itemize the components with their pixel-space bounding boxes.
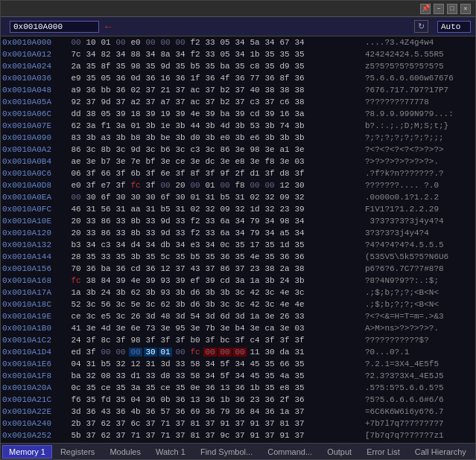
hex-byte[interactable]: 39 (263, 109, 276, 118)
hex-byte[interactable]: 3f (263, 336, 276, 345)
hex-byte[interactable]: 3b (263, 276, 276, 285)
hex-byte[interactable]: c3 (99, 240, 112, 249)
hex-byte[interactable]: 95 (174, 324, 187, 333)
hex-byte[interactable]: a9 (69, 86, 83, 95)
hex-byte[interactable]: 3b (218, 288, 232, 297)
hex-byte[interactable]: 32 (203, 205, 217, 214)
hex-byte[interactable]: 79 (218, 407, 232, 416)
hex-byte[interactable]: 3e (278, 157, 291, 166)
hex-byte[interactable]: db (159, 240, 172, 249)
hex-byte[interactable]: 3c (84, 300, 98, 309)
hex-byte[interactable]: 01 (99, 38, 112, 47)
hex-byte[interactable]: 36 (293, 395, 306, 404)
hex-byte[interactable]: 3b (263, 121, 276, 130)
hex-byte[interactable]: 35 (293, 371, 306, 380)
hex-byte[interactable]: e5 (99, 312, 112, 321)
hex-byte[interactable]: bb (99, 86, 112, 95)
hex-byte[interactable]: 37 (174, 98, 187, 106)
hex-byte[interactable]: 3c (144, 300, 157, 309)
hex-byte[interactable]: bf (144, 157, 157, 166)
hex-byte[interactable]: 36 (218, 252, 232, 261)
hex-byte[interactable]: 34 (233, 217, 247, 226)
hex-byte[interactable]: 3f (203, 169, 217, 178)
tab-memory-1[interactable]: Memory 1 (2, 445, 52, 459)
hex-byte[interactable]: e0 (129, 38, 142, 47)
hex-byte[interactable]: 43 (188, 264, 202, 273)
hex-byte[interactable]: 3c (174, 145, 187, 154)
hex-byte[interactable]: e6 (248, 133, 261, 142)
hex-byte[interactable]: 84 (99, 276, 112, 285)
hex-byte[interactable]: 4d (99, 324, 112, 333)
hex-byte[interactable]: 36 (233, 383, 247, 392)
hex-byte[interactable]: 3e (159, 324, 172, 333)
hex-byte[interactable]: 71 (159, 431, 172, 440)
tab-command[interactable]: Command... (261, 445, 319, 459)
hex-byte[interactable]: 35 (203, 62, 217, 71)
pin-button[interactable]: 📌 (420, 4, 431, 14)
hex-byte[interactable]: 42 (248, 288, 261, 297)
hex-byte[interactable]: 91 (278, 431, 291, 440)
hex-byte[interactable]: 36 (293, 252, 306, 261)
tab-call-hierarchy[interactable]: Call Hierarchy (408, 445, 473, 459)
hex-byte[interactable]: 91 (248, 431, 261, 440)
hex-byte[interactable]: 57 (159, 407, 172, 416)
hex-byte[interactable]: b2 (218, 98, 232, 106)
hex-byte[interactable]: cd (218, 276, 232, 285)
hex-byte[interactable]: 20 (69, 217, 83, 226)
hex-byte[interactable]: 03 (293, 157, 306, 166)
hex-byte[interactable]: 3f (84, 348, 98, 357)
hex-byte[interactable]: 4e (248, 252, 261, 261)
hex-byte[interactable]: 36 (144, 74, 157, 83)
hex-byte[interactable]: ce (174, 157, 187, 166)
hex-byte[interactable]: f2 (188, 217, 202, 226)
tab-watch-1[interactable]: Watch 1 (149, 445, 192, 459)
hex-byte[interactable]: 32 (263, 193, 276, 202)
hex-byte[interactable]: 45 (248, 371, 261, 380)
hex-byte[interactable]: 34 (233, 371, 247, 380)
hex-byte[interactable]: b2 (218, 86, 232, 95)
hex-byte[interactable]: 35 (144, 62, 157, 71)
hex-byte[interactable]: b8 (129, 133, 142, 142)
hex-byte[interactable]: 3d (69, 407, 83, 416)
hex-byte[interactable]: 30 (144, 348, 157, 357)
hex-byte[interactable]: 32 (84, 371, 98, 380)
hex-byte[interactable]: 35 (174, 252, 187, 261)
hex-byte[interactable]: 38 (263, 264, 276, 273)
hex-byte[interactable]: 37 (233, 431, 247, 440)
hex-byte[interactable]: 3a (114, 121, 127, 130)
hex-byte[interactable]: d1 (129, 371, 142, 380)
hex-byte[interactable]: 9d (159, 217, 172, 226)
hex-byte[interactable]: fd (99, 395, 112, 404)
hex-byte[interactable]: 35 (114, 383, 127, 392)
hex-byte[interactable]: 04 (129, 395, 142, 404)
hex-byte[interactable]: aa (129, 205, 142, 214)
hex-byte[interactable]: 36 (174, 74, 187, 83)
hex-byte[interactable]: 36 (144, 407, 157, 416)
hex-byte[interactable]: 30 (84, 193, 98, 202)
hex-byte[interactable]: 00 (174, 38, 187, 47)
hex-byte[interactable]: 18 (129, 109, 142, 118)
hex-byte[interactable]: 77 (248, 74, 261, 83)
columns-input[interactable] (437, 21, 471, 33)
hex-byte[interactable]: 33 (114, 371, 127, 380)
hex-byte[interactable]: 20 (69, 229, 83, 237)
hex-byte[interactable]: 35 (84, 252, 98, 261)
hex-byte[interactable]: 3f (84, 336, 98, 345)
hex-byte[interactable]: 3b (84, 288, 98, 297)
hex-byte[interactable]: 3b (293, 276, 306, 285)
hex-byte[interactable]: 79 (248, 229, 261, 237)
hex-byte[interactable]: 3c (84, 145, 98, 154)
hex-byte[interactable]: 37 (174, 86, 187, 95)
hex-byte[interactable]: 2b (69, 419, 83, 428)
hex-byte[interactable]: 3e (159, 157, 172, 166)
hex-byte[interactable]: 35 (263, 50, 276, 59)
hex-byte[interactable]: 1b (218, 395, 232, 404)
hex-byte[interactable]: 30 (174, 193, 187, 202)
hex-byte[interactable]: 39 (203, 276, 217, 285)
hex-byte[interactable]: 9d (129, 145, 142, 154)
hex-byte[interactable]: 52 (69, 300, 83, 309)
hex-byte[interactable]: 88 (129, 50, 142, 59)
hex-byte[interactable]: 9f (218, 169, 232, 178)
hex-byte[interactable]: 36 (233, 74, 247, 83)
hex-byte[interactable]: 3b (293, 133, 306, 142)
